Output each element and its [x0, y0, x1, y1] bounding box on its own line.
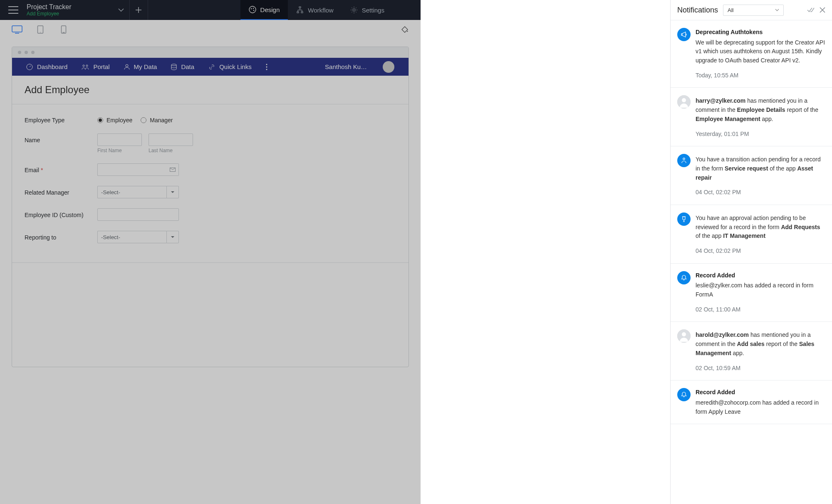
- transition-icon: [677, 154, 691, 167]
- notification-body: You have an approval action pending to b…: [696, 214, 825, 241]
- notification-body: harry@zylker.com has mentioned you in a …: [696, 96, 825, 124]
- nav-mydata[interactable]: My Data: [124, 63, 157, 70]
- chevron-down-icon: [118, 8, 124, 12]
- field-label-employee-type: Employee Type: [25, 114, 97, 124]
- field-label-name: Name: [25, 133, 97, 143]
- form-title: Add Employee: [12, 76, 409, 104]
- svg-point-14: [86, 65, 88, 67]
- notification-item[interactable]: Record Addedleslie@zylker.com has added …: [671, 264, 832, 322]
- tab-design[interactable]: Design: [240, 0, 288, 20]
- notification-item[interactable]: Deprecating AuthtokensWe will be depreca…: [671, 20, 832, 88]
- notification-item[interactable]: harry@zylker.com has mentioned you in a …: [671, 88, 832, 146]
- app-title: Project Tracker: [27, 3, 72, 11]
- notifications-filter[interactable]: All: [723, 5, 784, 16]
- mark-all-read-icon[interactable]: [807, 7, 815, 12]
- avatar-icon: [677, 95, 691, 109]
- link-icon: [208, 64, 215, 70]
- close-icon[interactable]: [820, 7, 825, 13]
- mobile-icon[interactable]: [58, 25, 69, 34]
- notification-body: You have a transition action pending for…: [696, 155, 825, 182]
- notification-item[interactable]: harold@zylker.com has mentioned you in a…: [671, 322, 832, 380]
- notification-time: 04 Oct, 02:02 PM: [696, 247, 825, 256]
- svg-point-3: [253, 10, 254, 11]
- nav-dashboard[interactable]: Dashboard: [26, 63, 67, 70]
- tab-settings[interactable]: Settings: [342, 0, 393, 20]
- workflow-icon: [296, 6, 304, 14]
- svg-point-13: [83, 65, 84, 67]
- users-icon: [82, 64, 89, 70]
- gear-icon: [350, 6, 358, 14]
- notification-content: harry@zylker.com has mentioned you in a …: [696, 95, 825, 138]
- plus-icon: [135, 7, 142, 13]
- svg-point-19: [266, 69, 267, 70]
- hamburger-menu[interactable]: [8, 6, 18, 14]
- add-button[interactable]: [130, 0, 148, 20]
- notification-body: harold@zylker.com has mentioned you in a…: [696, 331, 825, 358]
- field-label-email: Email *: [25, 163, 97, 173]
- last-name-input[interactable]: [149, 133, 193, 146]
- tab-workflow[interactable]: Workflow: [288, 0, 342, 20]
- svg-point-25: [682, 332, 686, 336]
- employee-id-input[interactable]: [97, 208, 179, 221]
- radio-manager[interactable]: Manager: [141, 117, 173, 124]
- user-name[interactable]: Santhosh Ku…: [325, 63, 367, 70]
- person-icon: [124, 64, 130, 70]
- avatar[interactable]: [383, 61, 394, 73]
- notification-time: Yesterday, 01:01 PM: [696, 130, 825, 139]
- nav-label: My Data: [134, 63, 157, 70]
- svg-point-22: [682, 98, 686, 102]
- notification-item[interactable]: You have an approval action pending to b…: [671, 205, 832, 264]
- breadcrumb[interactable]: Add Employee: [27, 11, 72, 17]
- svg-point-0: [249, 6, 256, 13]
- notification-content: You have a transition action pending for…: [696, 154, 825, 197]
- more-vertical-icon[interactable]: [266, 64, 267, 70]
- svg-point-1: [250, 8, 251, 9]
- nav-data[interactable]: Data: [171, 63, 194, 70]
- notification-content: Deprecating AuthtokensWe will be depreca…: [696, 28, 825, 80]
- svg-rect-6: [301, 12, 303, 13]
- desktop-icon[interactable]: [12, 25, 22, 34]
- related-manager-select[interactable]: [97, 186, 179, 198]
- tab-label: Design: [260, 6, 280, 13]
- dashboard-icon: [26, 64, 33, 70]
- notification-body: meredith@zohocorp.com has added a record…: [696, 398, 825, 416]
- paint-bucket-icon[interactable]: [401, 25, 409, 34]
- svg-point-15: [126, 64, 128, 67]
- svg-rect-8: [12, 26, 22, 32]
- svg-point-23: [683, 158, 685, 160]
- notification-time: 02 Oct, 10:59 AM: [696, 364, 825, 373]
- first-name-sublabel: First Name: [97, 148, 142, 153]
- first-name-input[interactable]: [97, 133, 142, 146]
- design-icon: [249, 6, 256, 13]
- notification-item[interactable]: You have a transition action pending for…: [671, 146, 832, 205]
- megaphone-icon: [677, 28, 691, 41]
- nav-label: Data: [181, 63, 194, 70]
- chevron-down-icon: [166, 186, 179, 198]
- notification-body: We will be deprecating support for the C…: [696, 38, 825, 65]
- nav-portal[interactable]: Portal: [82, 63, 109, 70]
- notification-heading: Deprecating Authtokens: [696, 28, 825, 37]
- tab-label: Workflow: [308, 7, 333, 14]
- notification-time: 04 Oct, 02:02 PM: [696, 188, 825, 197]
- notification-content: Record Addedmeredith@zohocorp.com has ad…: [696, 388, 825, 416]
- nav-quicklinks[interactable]: Quick Links: [208, 63, 252, 70]
- svg-point-16: [171, 64, 176, 66]
- svg-rect-5: [297, 12, 299, 13]
- last-name-sublabel: Last Name: [149, 148, 193, 153]
- database-icon: [171, 64, 177, 70]
- email-input[interactable]: [97, 163, 166, 176]
- notification-item[interactable]: Record Addedmeredith@zohocorp.com has ad…: [671, 380, 832, 424]
- svg-rect-4: [299, 7, 301, 8]
- app-dropdown[interactable]: [113, 0, 130, 20]
- radio-employee[interactable]: Employee: [97, 117, 132, 124]
- nav-label: Quick Links: [219, 63, 252, 70]
- notification-content: Record Addedleslie@zylker.com has added …: [696, 271, 825, 314]
- envelope-icon: [166, 163, 179, 176]
- notifications-panel: Notifications All Deprecating Authtokens…: [670, 0, 832, 504]
- field-label-related-manager: Related Manager: [25, 186, 97, 196]
- reporting-to-select[interactable]: [97, 231, 179, 243]
- field-label-employee-id: Employee ID (Custom): [25, 208, 97, 218]
- field-label-reporting-to: Reporting to: [25, 231, 97, 241]
- tablet-icon[interactable]: [35, 25, 46, 34]
- window-titlebar: [12, 47, 409, 58]
